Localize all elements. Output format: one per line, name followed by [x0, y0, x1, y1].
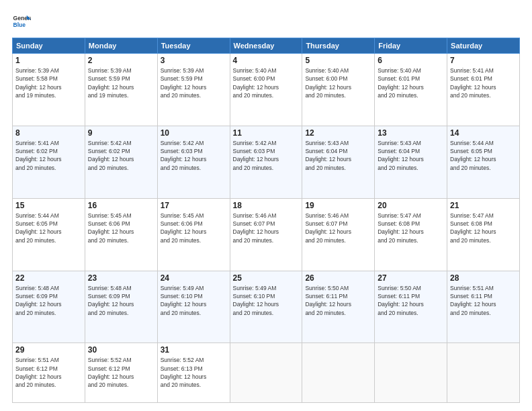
- day-detail: Sunrise: 5:44 AMSunset: 6:05 PMDaylight:…: [450, 140, 496, 171]
- day-cell-13: 13 Sunrise: 5:43 AMSunset: 6:04 PMDaylig…: [375, 126, 447, 198]
- day-number: 24: [161, 273, 227, 283]
- day-header-wednesday: Wednesday: [230, 38, 302, 54]
- day-number: 3: [161, 56, 227, 65]
- day-cell-3: 3 Sunrise: 5:39 AMSunset: 5:59 PMDayligh…: [157, 54, 230, 126]
- day-detail: Sunrise: 5:42 AMSunset: 6:03 PMDaylight:…: [233, 140, 279, 171]
- day-header-thursday: Thursday: [302, 38, 375, 54]
- day-cell-6: 6 Sunrise: 5:40 AMSunset: 6:01 PMDayligh…: [375, 54, 447, 126]
- day-cell-10: 10 Sunrise: 5:42 AMSunset: 6:03 PMDaylig…: [157, 126, 230, 198]
- day-cell-12: 12 Sunrise: 5:43 AMSunset: 6:04 PMDaylig…: [302, 126, 375, 198]
- day-number: 1: [15, 56, 82, 65]
- day-number: 31: [161, 345, 227, 355]
- day-cell-1: 1 Sunrise: 5:39 AMSunset: 5:58 PMDayligh…: [13, 54, 85, 126]
- day-header-tuesday: Tuesday: [157, 38, 230, 54]
- day-detail: Sunrise: 5:51 AMSunset: 6:12 PMDaylight:…: [15, 357, 62, 388]
- day-detail: Sunrise: 5:41 AMSunset: 6:02 PMDaylight:…: [15, 140, 62, 171]
- day-number: 4: [233, 56, 300, 65]
- day-number: 9: [88, 128, 154, 138]
- day-detail: Sunrise: 5:44 AMSunset: 6:05 PMDaylight:…: [15, 212, 62, 244]
- day-detail: Sunrise: 5:47 AMSunset: 6:08 PMDaylight:…: [450, 212, 496, 244]
- day-number: 13: [378, 128, 444, 138]
- day-number: 2: [88, 56, 154, 65]
- day-cell-9: 9 Sunrise: 5:42 AMSunset: 6:02 PMDayligh…: [85, 126, 157, 198]
- empty-cell: [447, 343, 520, 403]
- day-detail: Sunrise: 5:45 AMSunset: 6:06 PMDaylight:…: [88, 212, 134, 244]
- day-number: 12: [305, 128, 371, 138]
- day-cell-21: 21 Sunrise: 5:47 AMSunset: 6:08 PMDaylig…: [447, 198, 520, 271]
- day-detail: Sunrise: 5:52 AMSunset: 6:13 PMDaylight:…: [161, 357, 207, 388]
- day-detail: Sunrise: 5:41 AMSunset: 6:01 PMDaylight:…: [450, 67, 496, 99]
- day-number: 8: [15, 128, 82, 138]
- day-cell-18: 18 Sunrise: 5:46 AMSunset: 6:07 PMDaylig…: [230, 198, 302, 271]
- day-number: 20: [378, 201, 444, 210]
- day-header-monday: Monday: [85, 38, 157, 54]
- day-cell-11: 11 Sunrise: 5:42 AMSunset: 6:03 PMDaylig…: [230, 126, 302, 198]
- day-number: 10: [161, 128, 227, 138]
- day-detail: Sunrise: 5:42 AMSunset: 6:03 PMDaylight:…: [161, 140, 207, 171]
- day-detail: Sunrise: 5:40 AMSunset: 6:00 PMDaylight:…: [233, 67, 279, 99]
- day-detail: Sunrise: 5:48 AMSunset: 6:09 PMDaylight:…: [88, 285, 134, 316]
- day-cell-7: 7 Sunrise: 5:41 AMSunset: 6:01 PMDayligh…: [447, 54, 520, 126]
- day-cell-22: 22 Sunrise: 5:48 AMSunset: 6:09 PMDaylig…: [13, 271, 85, 343]
- day-number: 21: [450, 201, 517, 210]
- calendar-table: SundayMondayTuesdayWednesdayThursdayFrid…: [12, 38, 520, 403]
- day-detail: Sunrise: 5:39 AMSunset: 5:58 PMDaylight:…: [15, 67, 62, 99]
- day-number: 19: [305, 201, 371, 210]
- logo-icon: General Blue: [12, 12, 31, 31]
- day-number: 29: [15, 345, 82, 355]
- day-cell-28: 28 Sunrise: 5:51 AMSunset: 6:11 PMDaylig…: [447, 271, 520, 343]
- logo: General Blue: [12, 12, 31, 31]
- day-detail: Sunrise: 5:39 AMSunset: 5:59 PMDaylight:…: [88, 67, 134, 99]
- day-detail: Sunrise: 5:42 AMSunset: 6:02 PMDaylight:…: [88, 140, 134, 171]
- day-detail: Sunrise: 5:46 AMSunset: 6:07 PMDaylight:…: [233, 212, 279, 244]
- day-cell-26: 26 Sunrise: 5:50 AMSunset: 6:11 PMDaylig…: [302, 271, 375, 343]
- day-number: 27: [378, 273, 444, 283]
- day-cell-30: 30 Sunrise: 5:52 AMSunset: 6:12 PMDaylig…: [85, 343, 157, 403]
- day-number: 15: [15, 201, 82, 210]
- day-detail: Sunrise: 5:39 AMSunset: 5:59 PMDaylight:…: [161, 67, 207, 99]
- day-header-saturday: Saturday: [447, 38, 520, 54]
- day-detail: Sunrise: 5:43 AMSunset: 6:04 PMDaylight:…: [305, 140, 351, 171]
- day-cell-23: 23 Sunrise: 5:48 AMSunset: 6:09 PMDaylig…: [85, 271, 157, 343]
- day-number: 16: [88, 201, 154, 210]
- day-number: 23: [88, 273, 154, 283]
- day-cell-8: 8 Sunrise: 5:41 AMSunset: 6:02 PMDayligh…: [13, 126, 85, 198]
- day-detail: Sunrise: 5:49 AMSunset: 6:10 PMDaylight:…: [161, 285, 207, 316]
- day-cell-2: 2 Sunrise: 5:39 AMSunset: 5:59 PMDayligh…: [85, 54, 157, 126]
- empty-cell: [302, 343, 375, 403]
- day-number: 6: [378, 56, 444, 65]
- day-cell-5: 5 Sunrise: 5:40 AMSunset: 6:00 PMDayligh…: [302, 54, 375, 126]
- day-number: 28: [450, 273, 517, 283]
- day-cell-31: 31 Sunrise: 5:52 AMSunset: 6:13 PMDaylig…: [157, 343, 230, 403]
- day-detail: Sunrise: 5:50 AMSunset: 6:11 PMDaylight:…: [305, 285, 351, 316]
- day-number: 17: [161, 201, 227, 210]
- day-cell-24: 24 Sunrise: 5:49 AMSunset: 6:10 PMDaylig…: [157, 271, 230, 343]
- day-cell-27: 27 Sunrise: 5:50 AMSunset: 6:11 PMDaylig…: [375, 271, 447, 343]
- day-detail: Sunrise: 5:40 AMSunset: 6:00 PMDaylight:…: [305, 67, 351, 99]
- day-number: 11: [233, 128, 300, 138]
- day-detail: Sunrise: 5:47 AMSunset: 6:08 PMDaylight:…: [378, 212, 424, 244]
- day-detail: Sunrise: 5:51 AMSunset: 6:11 PMDaylight:…: [450, 285, 496, 316]
- day-number: 25: [233, 273, 300, 283]
- day-detail: Sunrise: 5:48 AMSunset: 6:09 PMDaylight:…: [15, 285, 62, 316]
- svg-text:Blue: Blue: [13, 21, 26, 28]
- day-header-sunday: Sunday: [13, 38, 85, 54]
- day-header-friday: Friday: [375, 38, 447, 54]
- day-cell-16: 16 Sunrise: 5:45 AMSunset: 6:06 PMDaylig…: [85, 198, 157, 271]
- day-number: 7: [450, 56, 517, 65]
- day-cell-29: 29 Sunrise: 5:51 AMSunset: 6:12 PMDaylig…: [13, 343, 85, 403]
- day-cell-4: 4 Sunrise: 5:40 AMSunset: 6:00 PMDayligh…: [230, 54, 302, 126]
- day-number: 26: [305, 273, 371, 283]
- day-number: 30: [88, 345, 154, 355]
- day-detail: Sunrise: 5:50 AMSunset: 6:11 PMDaylight:…: [378, 285, 424, 316]
- day-number: 22: [15, 273, 82, 283]
- day-cell-19: 19 Sunrise: 5:46 AMSunset: 6:07 PMDaylig…: [302, 198, 375, 271]
- empty-cell: [230, 343, 302, 403]
- day-cell-15: 15 Sunrise: 5:44 AMSunset: 6:05 PMDaylig…: [13, 198, 85, 271]
- header: General Blue: [12, 12, 520, 31]
- day-number: 5: [305, 56, 371, 65]
- day-cell-14: 14 Sunrise: 5:44 AMSunset: 6:05 PMDaylig…: [447, 126, 520, 198]
- day-number: 18: [233, 201, 300, 210]
- day-detail: Sunrise: 5:43 AMSunset: 6:04 PMDaylight:…: [378, 140, 424, 171]
- day-cell-20: 20 Sunrise: 5:47 AMSunset: 6:08 PMDaylig…: [375, 198, 447, 271]
